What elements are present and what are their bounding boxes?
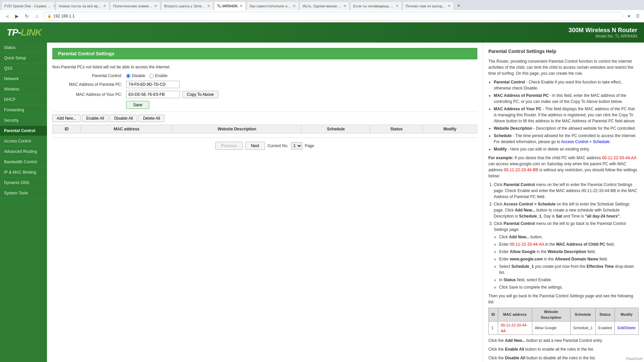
sidebar-item-parental-control[interactable]: Parental Control (0, 126, 47, 136)
mac-parental-input[interactable] (126, 81, 180, 88)
help-title: Parental Control Settings Help (488, 48, 639, 55)
enable-radio[interactable] (149, 74, 154, 78)
back-button[interactable]: ◀ (3, 12, 11, 20)
ex-col-desc: Website Description (532, 308, 570, 321)
tab-4-close[interactable]: ✕ (207, 4, 210, 8)
help-intro: The Router, providing convenient Parenta… (488, 58, 639, 76)
tab-1[interactable]: FVD Speed Dial - Сервис ... ✕ (1, 1, 55, 10)
sidebar-item-system-tools[interactable]: System Tools (0, 188, 47, 198)
page-select[interactable]: 1 (291, 142, 302, 149)
help-step-1: Click Parental Control menu on the left … (494, 182, 639, 200)
home-button[interactable]: ⌂ (33, 12, 41, 20)
enable-label: Enable (155, 73, 167, 78)
tab-5-close[interactable]: ✕ (239, 4, 243, 8)
help-example-intro: For example: If you desire that the chil… (488, 155, 639, 179)
sidebar-item-quick-setup[interactable]: Quick Setup (0, 53, 47, 63)
col-schedule: Schedule (302, 125, 370, 133)
sidebar-item-bandwidth-control[interactable]: Bandwidth Control (0, 157, 47, 167)
ex-cell-id: 1 (489, 321, 498, 335)
sidebar-item-security[interactable]: Security (0, 115, 47, 126)
sub-item-7: Click Save to complete the settings. (499, 284, 639, 290)
col-desc: Website Description (172, 125, 302, 133)
mac-yours-input[interactable] (126, 91, 180, 98)
disable-radio-label[interactable]: Disable (126, 73, 145, 78)
sidebar-item-wireless[interactable]: Wireless (0, 84, 47, 95)
ex-col-sched: Schedule (570, 308, 595, 321)
copy-to-above-button[interactable]: Copy To Above (182, 91, 218, 98)
sidebar-item-status[interactable]: Status (0, 43, 47, 53)
tab-9-close[interactable]: ✕ (447, 4, 451, 8)
disable-all-button[interactable]: Disable All (110, 115, 137, 122)
help-item-1: Parental Control - Check Enable if you w… (494, 79, 639, 91)
new-tab-button[interactable]: + (454, 1, 463, 10)
delete-all-button[interactable]: Delete All (139, 115, 164, 122)
parental-control-label: Parental Control: (52, 73, 126, 78)
sidebar-item-ip-mac-binding[interactable]: IP & MAC Binding (0, 167, 47, 178)
tab-1-close[interactable]: ✕ (53, 4, 55, 8)
tab-7-label: Жуть. Одним махом ... (303, 4, 341, 8)
next-button[interactable]: Next (245, 142, 265, 150)
parental-control-radio-group: Disable Enable (126, 73, 167, 78)
help-item-6: Modify - Here you can edit or delete an … (494, 146, 639, 152)
sidebar-item-advanced-routing[interactable]: Advanced Routing (0, 146, 47, 157)
sub-item-4: Enter www.google.com in the Allowed Doma… (499, 256, 639, 262)
sidebar-item-network[interactable]: Network (0, 74, 47, 84)
sidebar-item-qss[interactable]: QSS (0, 63, 47, 74)
help-step-3-sub: Click Add New... button. Enter 00-11-22-… (499, 234, 639, 290)
router-header: TP-LINK 300M Wireless N Router Model No.… (0, 22, 644, 43)
help-step-3: Click Parental Control menu on the left … (494, 221, 639, 290)
nav-bar: ◀ ▶ ↻ ⌂ 🔒 192.168.1.1 ★ ☰ (0, 10, 644, 22)
enable-all-button[interactable]: Enable All (82, 115, 108, 122)
sub-item-5: Select Schedule_1 you create just now fr… (499, 263, 639, 276)
sidebar-item-access-control[interactable]: Access Control (0, 136, 47, 146)
mac-yours-row: MAC Address of Your PC: Copy To Above (52, 91, 477, 98)
sidebar-item-forwarding[interactable]: Forwarding (0, 105, 47, 115)
sub-item-1: Click Add New... button. (499, 234, 639, 240)
help-item-2: MAC Address of Parental PC - In this fie… (494, 93, 639, 105)
tab-5[interactable]: TL-WR940N ✕ (214, 1, 246, 10)
tab-8-close[interactable]: ✕ (395, 4, 399, 8)
tab-7-close[interactable]: ✕ (343, 4, 346, 8)
bookmarks-icon[interactable]: ★ (625, 12, 633, 20)
sidebar-item-dhcp[interactable]: DHCP (0, 95, 47, 105)
help-panel: Parental Control Settings Help The Route… (483, 43, 644, 362)
watermark: FlashXnet (626, 357, 643, 361)
sidebar-item-dynamic-dns[interactable]: Dynamic DNS (0, 178, 47, 188)
tab-6[interactable]: Как самостоятельно н... ✕ (247, 1, 299, 10)
menu-icon[interactable]: ☰ (634, 12, 641, 20)
save-row: Save (52, 101, 477, 109)
tab-3[interactable]: Политические комме... ✕ (110, 1, 160, 10)
help-step-2: Click Access Control > Schedule on the l… (494, 201, 639, 219)
help-steps-list: Click Parental Control menu on the left … (494, 182, 639, 290)
ex-col-status: Status (595, 308, 614, 321)
tab-9[interactable]: Почему нам не выгод... ✕ (402, 1, 454, 10)
router-ui: TP-LINK 300M Wireless N Router Model No.… (0, 22, 644, 362)
add-new-button[interactable]: Add New... (52, 115, 80, 122)
tab-6-close[interactable]: ✕ (292, 4, 296, 8)
tab-3-label: Политические комме... (113, 4, 152, 8)
tab-2[interactable]: Новые посты за всё вр... ✕ (56, 1, 109, 10)
help-result-intro: Then you will go back to the Parental Co… (488, 293, 639, 305)
forward-button[interactable]: ▶ (13, 12, 21, 20)
help-note-2: Click the Enable All button to enable al… (488, 346, 639, 352)
tab-7[interactable]: Жуть. Одним махом ... ✕ (300, 1, 350, 10)
disable-radio[interactable] (126, 74, 130, 78)
sub-item-2: Enter 00-11-22-33-44-AA in the MAC Addre… (499, 241, 639, 247)
browser-toolbar: ★ ☰ (625, 12, 641, 20)
page-label: Page (305, 143, 314, 148)
col-id: ID (53, 125, 81, 133)
ex-cell-mac: 00-11-22-33-44-AA (498, 321, 532, 335)
security-icon: 🔒 (47, 14, 51, 18)
mac-yours-control: Copy To Above (126, 91, 218, 98)
address-bar[interactable]: 🔒 192.168.1.1 (43, 12, 623, 20)
reload-button[interactable]: ↻ (23, 12, 31, 20)
previous-button[interactable]: Previous (215, 142, 243, 150)
ex-row-1: 1 00-11-22-33-44-AA Allow Google Schedul… (489, 321, 639, 335)
enable-radio-label[interactable]: Enable (149, 73, 167, 78)
ex-cell-modify[interactable]: Edit/Delete (615, 321, 639, 335)
tab-3-close[interactable]: ✕ (154, 4, 157, 8)
tab-2-close[interactable]: ✕ (103, 4, 106, 8)
tab-4[interactable]: Второго шанса у Зеле... ✕ (161, 1, 213, 10)
save-button[interactable]: Save (126, 101, 149, 109)
tab-8[interactable]: Если ты ненавидишь ... ✕ (350, 1, 402, 10)
